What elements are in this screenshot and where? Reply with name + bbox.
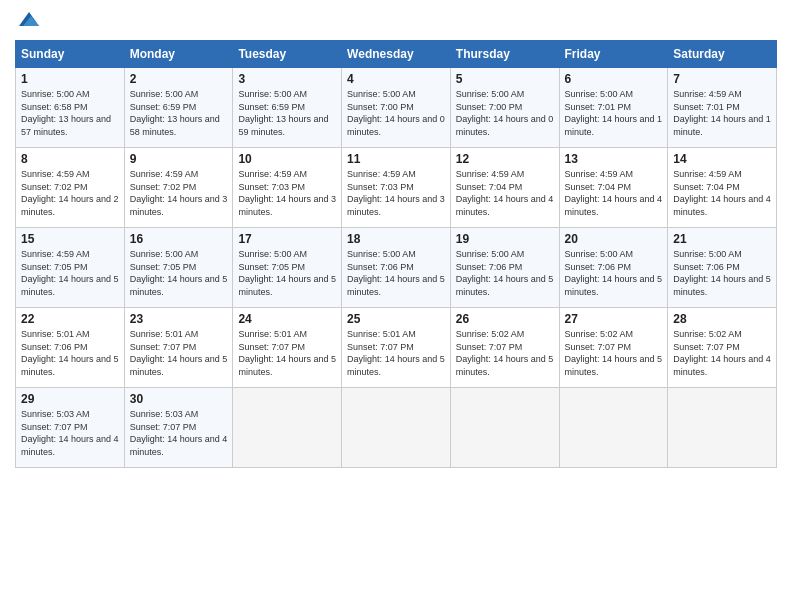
day-number: 26 [456,312,554,326]
calendar-cell: 10Sunrise: 4:59 AMSunset: 7:03 PMDayligh… [233,148,342,228]
weekday-header-saturday: Saturday [668,41,777,68]
day-number: 11 [347,152,445,166]
calendar-cell: 2Sunrise: 5:00 AMSunset: 6:59 PMDaylight… [124,68,233,148]
calendar-cell [559,388,668,468]
cell-details: Sunrise: 5:02 AMSunset: 7:07 PMDaylight:… [456,328,554,378]
logo-icon [17,8,41,32]
cell-details: Sunrise: 4:59 AMSunset: 7:03 PMDaylight:… [238,168,336,218]
calendar-page: SundayMondayTuesdayWednesdayThursdayFrid… [0,0,792,612]
day-number: 4 [347,72,445,86]
calendar-cell: 4Sunrise: 5:00 AMSunset: 7:00 PMDaylight… [342,68,451,148]
weekday-header-thursday: Thursday [450,41,559,68]
calendar-cell: 29Sunrise: 5:03 AMSunset: 7:07 PMDayligh… [16,388,125,468]
day-number: 19 [456,232,554,246]
calendar-cell: 26Sunrise: 5:02 AMSunset: 7:07 PMDayligh… [450,308,559,388]
cell-details: Sunrise: 4:59 AMSunset: 7:02 PMDaylight:… [130,168,228,218]
calendar-cell: 24Sunrise: 5:01 AMSunset: 7:07 PMDayligh… [233,308,342,388]
calendar-cell: 9Sunrise: 4:59 AMSunset: 7:02 PMDaylight… [124,148,233,228]
cell-details: Sunrise: 5:00 AMSunset: 6:59 PMDaylight:… [238,88,336,138]
day-number: 6 [565,72,663,86]
calendar-cell: 15Sunrise: 4:59 AMSunset: 7:05 PMDayligh… [16,228,125,308]
day-number: 25 [347,312,445,326]
day-number: 18 [347,232,445,246]
calendar-week-row: 1Sunrise: 5:00 AMSunset: 6:58 PMDaylight… [16,68,777,148]
cell-details: Sunrise: 4:59 AMSunset: 7:04 PMDaylight:… [673,168,771,218]
cell-details: Sunrise: 5:03 AMSunset: 7:07 PMDaylight:… [21,408,119,458]
calendar-cell: 8Sunrise: 4:59 AMSunset: 7:02 PMDaylight… [16,148,125,228]
cell-details: Sunrise: 4:59 AMSunset: 7:01 PMDaylight:… [673,88,771,138]
logo [15,10,41,32]
day-number: 17 [238,232,336,246]
day-number: 13 [565,152,663,166]
logo-text [15,10,41,32]
weekday-header-wednesday: Wednesday [342,41,451,68]
cell-details: Sunrise: 5:00 AMSunset: 7:06 PMDaylight:… [565,248,663,298]
page-header [15,10,777,32]
cell-details: Sunrise: 5:01 AMSunset: 7:06 PMDaylight:… [21,328,119,378]
calendar-cell: 12Sunrise: 4:59 AMSunset: 7:04 PMDayligh… [450,148,559,228]
calendar-cell: 20Sunrise: 5:00 AMSunset: 7:06 PMDayligh… [559,228,668,308]
day-number: 1 [21,72,119,86]
cell-details: Sunrise: 5:03 AMSunset: 7:07 PMDaylight:… [130,408,228,458]
cell-details: Sunrise: 4:59 AMSunset: 7:04 PMDaylight:… [456,168,554,218]
day-number: 14 [673,152,771,166]
calendar-cell: 7Sunrise: 4:59 AMSunset: 7:01 PMDaylight… [668,68,777,148]
weekday-header-tuesday: Tuesday [233,41,342,68]
cell-details: Sunrise: 5:00 AMSunset: 7:00 PMDaylight:… [347,88,445,138]
day-number: 23 [130,312,228,326]
day-number: 5 [456,72,554,86]
cell-details: Sunrise: 4:59 AMSunset: 7:03 PMDaylight:… [347,168,445,218]
cell-details: Sunrise: 5:02 AMSunset: 7:07 PMDaylight:… [565,328,663,378]
calendar-week-row: 29Sunrise: 5:03 AMSunset: 7:07 PMDayligh… [16,388,777,468]
calendar-cell: 25Sunrise: 5:01 AMSunset: 7:07 PMDayligh… [342,308,451,388]
calendar-week-row: 8Sunrise: 4:59 AMSunset: 7:02 PMDaylight… [16,148,777,228]
calendar-cell: 11Sunrise: 4:59 AMSunset: 7:03 PMDayligh… [342,148,451,228]
calendar-cell: 13Sunrise: 4:59 AMSunset: 7:04 PMDayligh… [559,148,668,228]
calendar-cell: 27Sunrise: 5:02 AMSunset: 7:07 PMDayligh… [559,308,668,388]
cell-details: Sunrise: 5:00 AMSunset: 6:59 PMDaylight:… [130,88,228,138]
day-number: 16 [130,232,228,246]
calendar-cell: 5Sunrise: 5:00 AMSunset: 7:00 PMDaylight… [450,68,559,148]
cell-details: Sunrise: 4:59 AMSunset: 7:05 PMDaylight:… [21,248,119,298]
day-number: 22 [21,312,119,326]
day-number: 24 [238,312,336,326]
day-number: 3 [238,72,336,86]
cell-details: Sunrise: 5:00 AMSunset: 7:06 PMDaylight:… [456,248,554,298]
calendar-cell: 14Sunrise: 4:59 AMSunset: 7:04 PMDayligh… [668,148,777,228]
calendar-cell [342,388,451,468]
cell-details: Sunrise: 5:01 AMSunset: 7:07 PMDaylight:… [238,328,336,378]
calendar-cell: 17Sunrise: 5:00 AMSunset: 7:05 PMDayligh… [233,228,342,308]
calendar-cell: 1Sunrise: 5:00 AMSunset: 6:58 PMDaylight… [16,68,125,148]
weekday-header-monday: Monday [124,41,233,68]
calendar-cell [233,388,342,468]
calendar-cell: 19Sunrise: 5:00 AMSunset: 7:06 PMDayligh… [450,228,559,308]
weekday-header-row: SundayMondayTuesdayWednesdayThursdayFrid… [16,41,777,68]
day-number: 7 [673,72,771,86]
cell-details: Sunrise: 5:00 AMSunset: 7:05 PMDaylight:… [130,248,228,298]
day-number: 20 [565,232,663,246]
cell-details: Sunrise: 5:00 AMSunset: 7:05 PMDaylight:… [238,248,336,298]
cell-details: Sunrise: 5:00 AMSunset: 7:01 PMDaylight:… [565,88,663,138]
cell-details: Sunrise: 5:00 AMSunset: 7:00 PMDaylight:… [456,88,554,138]
calendar-cell [668,388,777,468]
calendar-cell: 16Sunrise: 5:00 AMSunset: 7:05 PMDayligh… [124,228,233,308]
calendar-cell: 6Sunrise: 5:00 AMSunset: 7:01 PMDaylight… [559,68,668,148]
cell-details: Sunrise: 5:00 AMSunset: 6:58 PMDaylight:… [21,88,119,138]
cell-details: Sunrise: 4:59 AMSunset: 7:02 PMDaylight:… [21,168,119,218]
cell-details: Sunrise: 5:01 AMSunset: 7:07 PMDaylight:… [347,328,445,378]
calendar-cell: 18Sunrise: 5:00 AMSunset: 7:06 PMDayligh… [342,228,451,308]
cell-details: Sunrise: 4:59 AMSunset: 7:04 PMDaylight:… [565,168,663,218]
cell-details: Sunrise: 5:00 AMSunset: 7:06 PMDaylight:… [347,248,445,298]
calendar-week-row: 15Sunrise: 4:59 AMSunset: 7:05 PMDayligh… [16,228,777,308]
calendar-table: SundayMondayTuesdayWednesdayThursdayFrid… [15,40,777,468]
cell-details: Sunrise: 5:00 AMSunset: 7:06 PMDaylight:… [673,248,771,298]
calendar-cell: 21Sunrise: 5:00 AMSunset: 7:06 PMDayligh… [668,228,777,308]
calendar-cell: 28Sunrise: 5:02 AMSunset: 7:07 PMDayligh… [668,308,777,388]
day-number: 21 [673,232,771,246]
day-number: 27 [565,312,663,326]
day-number: 10 [238,152,336,166]
calendar-cell: 22Sunrise: 5:01 AMSunset: 7:06 PMDayligh… [16,308,125,388]
day-number: 12 [456,152,554,166]
cell-details: Sunrise: 5:01 AMSunset: 7:07 PMDaylight:… [130,328,228,378]
day-number: 8 [21,152,119,166]
